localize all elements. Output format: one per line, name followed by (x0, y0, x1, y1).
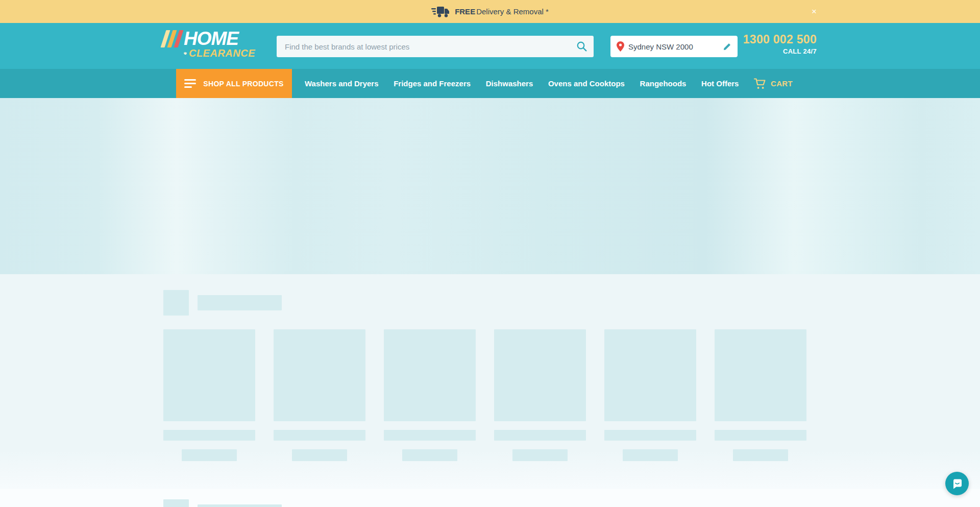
card-title-skeleton (715, 430, 806, 441)
card-price-skeleton (182, 449, 237, 461)
card-image-skeleton (494, 329, 586, 421)
nav-item-hot-offers[interactable]: Hot Offers (701, 79, 739, 88)
card-price-skeleton (623, 449, 678, 461)
logo[interactable]: HOME CLEARANCE (163, 30, 255, 58)
promo-banner-content: FREEDelivery & Removal * (431, 5, 549, 18)
hero-banner-skeleton (0, 98, 980, 274)
product-card-skeleton (274, 329, 365, 461)
heading-title-skeleton (198, 504, 282, 507)
nav-links: Washers and DryersFridges and FreezersDi… (305, 69, 793, 98)
logo-bottom: CLEARANCE (184, 48, 255, 58)
card-price-skeleton (292, 449, 347, 461)
nav-item-ovens-and-cooktops[interactable]: Ovens and Cooktops (548, 79, 625, 88)
search-input[interactable] (277, 42, 570, 51)
card-price-skeleton (733, 449, 788, 461)
card-title-skeleton (163, 430, 255, 441)
truck-icon (431, 5, 450, 18)
product-card-skeleton (494, 329, 586, 461)
edit-pencil-icon[interactable] (723, 42, 731, 51)
product-card-skeleton (384, 329, 476, 461)
location-value: Sydney NSW 2000 (628, 42, 723, 51)
location-pin-icon (617, 41, 624, 52)
search-bar (277, 36, 594, 57)
nav-item-washers-and-dryers[interactable]: Washers and Dryers (305, 79, 379, 88)
card-price-skeleton (512, 449, 568, 461)
product-card-skeleton (715, 329, 806, 461)
nav-item-dishwashers[interactable]: Dishwashers (486, 79, 533, 88)
phone-subtext: CALL 24/7 (743, 47, 817, 55)
hamburger-icon (184, 79, 196, 88)
card-title-skeleton (384, 430, 476, 441)
chat-launcher[interactable] (945, 472, 969, 495)
promo-free-label: FREE (455, 7, 475, 16)
search-icon (576, 41, 587, 52)
heading-title-skeleton (198, 295, 282, 310)
close-icon[interactable]: × (812, 0, 817, 23)
product-card-skeleton (163, 329, 255, 461)
heading-icon-skeleton (163, 499, 189, 507)
search-button[interactable] (570, 36, 594, 57)
main-nav: SHOP ALL PRODUCTS Washers and DryersFrid… (0, 69, 980, 98)
cart-icon (754, 78, 766, 89)
section-heading-skeleton (163, 489, 817, 507)
location-field[interactable]: Sydney NSW 2000 (610, 36, 738, 57)
shop-all-products-button[interactable]: SHOP ALL PRODUCTS (176, 69, 292, 98)
products-section-skeleton (0, 274, 980, 489)
logo-clearance-text: CLEARANCE (189, 48, 255, 58)
promo-rest-text: Delivery & Removal * (476, 7, 549, 16)
phone-block: 1300 002 500 CALL 24/7 (743, 33, 817, 55)
card-image-skeleton (384, 329, 476, 421)
logo-home-text: HOME (184, 30, 238, 47)
section-heading-skeleton (163, 274, 817, 316)
logo-top: HOME (163, 30, 255, 47)
page: FREEDelivery & Removal * × HOME CLEARANC… (0, 0, 980, 507)
cart-label: CART (771, 79, 793, 88)
card-image-skeleton (163, 329, 255, 421)
card-price-skeleton (402, 449, 457, 461)
nav-item-fridges-and-freezers[interactable]: Fridges and Freezers (394, 79, 471, 88)
product-cards-skeleton-row (163, 329, 817, 461)
card-image-skeleton (274, 329, 365, 421)
card-title-skeleton (494, 430, 586, 441)
promo-banner: FREEDelivery & Removal * × (0, 0, 980, 23)
product-card-skeleton (604, 329, 696, 461)
price-tag-icon (184, 50, 187, 57)
logo-bars-icon (160, 30, 183, 47)
next-section-skeleton (0, 489, 980, 507)
card-title-skeleton (604, 430, 696, 441)
phone-number[interactable]: 1300 002 500 (743, 33, 817, 46)
cart-button[interactable]: CART (754, 78, 793, 89)
header: HOME CLEARANCE (0, 23, 980, 69)
nav-item-rangehoods[interactable]: Rangehoods (640, 79, 687, 88)
chat-bubble-icon (951, 477, 964, 490)
card-image-skeleton (604, 329, 696, 421)
shop-all-label: SHOP ALL PRODUCTS (203, 80, 283, 88)
heading-icon-skeleton (163, 290, 189, 316)
card-title-skeleton (274, 430, 365, 441)
promo-banner-text: FREEDelivery & Removal * (455, 7, 549, 16)
card-image-skeleton (715, 329, 806, 421)
